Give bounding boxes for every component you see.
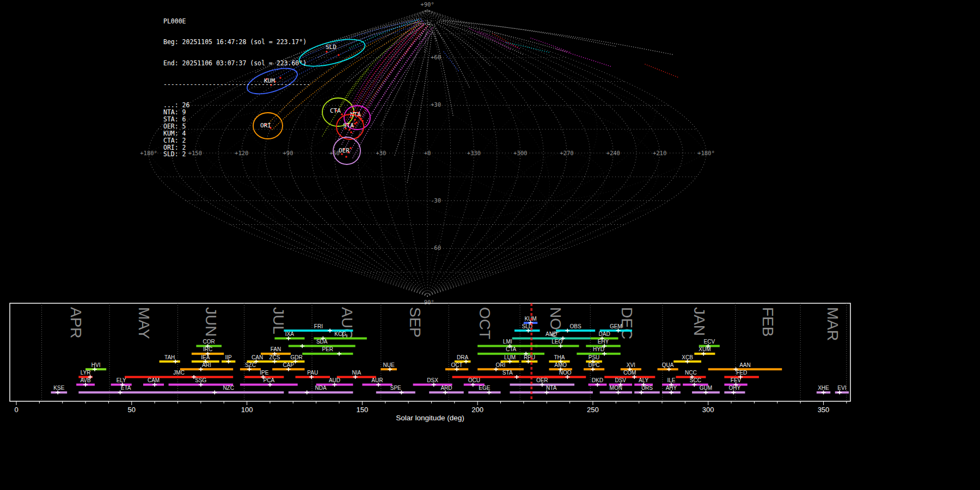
shower-label-HYD: HYD: [593, 346, 604, 352]
lat-label: +90°: [420, 1, 434, 8]
meteor-trail: [442, 21, 672, 54]
shower-label-MON: MON: [610, 385, 622, 391]
lon-label: +180°: [697, 150, 715, 156]
radiant-meteor-dot: [341, 113, 343, 115]
shower-label-ARI: ARI: [202, 362, 211, 368]
shower-label-JMC: JMC: [173, 370, 185, 376]
shower-label-NTA: NTA: [546, 385, 557, 391]
lon-label: +60: [329, 150, 340, 156]
grid-meridian: [427, 10, 567, 296]
shower-label-URS: URS: [641, 385, 653, 391]
shower-label-CAM: CAM: [148, 377, 160, 383]
month-label-MAR: MAR: [824, 307, 841, 341]
shower-label-NDA: NDA: [315, 385, 327, 391]
radiant-meteor-dot: [350, 131, 352, 133]
shower-label-OER: OER: [536, 377, 548, 383]
month-label-SEP: SEP: [407, 307, 424, 338]
lon-label: +30: [376, 150, 386, 156]
lat-label: -60: [431, 244, 441, 251]
month-label-OCT: OCT: [476, 307, 493, 339]
shower-label-NOO: NOO: [559, 370, 572, 376]
month-label-JAN: JAN: [691, 307, 708, 336]
shower-label-SDA: SDA: [316, 339, 328, 345]
lon-label: +330: [467, 150, 481, 156]
station-id: PL000E: [163, 18, 310, 25]
shower-label-FRI: FRI: [314, 323, 323, 329]
shower-label-PCA: PCA: [264, 377, 275, 383]
lat-label: -30: [431, 197, 441, 204]
shower-label-KSE: KSE: [53, 385, 64, 391]
radiant-meteor-dot: [356, 121, 358, 124]
lon-label: +210: [653, 150, 666, 156]
lon-label: +180°: [140, 150, 157, 156]
shower-label-AAN: AAN: [739, 362, 751, 368]
shower-label-ALY: ALY: [639, 377, 648, 383]
shower-label-NIA: NIA: [352, 370, 361, 376]
x-axis-title: Solar longitude (deg): [396, 414, 464, 422]
secondary-meridian: [552, 52, 597, 198]
observation-header: PL000E Beg: 20251105 16:47:28 (sol = 223…: [163, 4, 310, 172]
lon-label: +270: [560, 150, 573, 156]
meteor-trail: [438, 21, 566, 52]
shower-label-LMI: LMI: [503, 339, 512, 345]
meteor-trail: [437, 22, 523, 54]
lon-label: +300: [513, 150, 527, 156]
shower-label-IPE: IPE: [260, 370, 268, 376]
shower-label-XCB: XCB: [682, 354, 693, 360]
month-label-MAY: MAY: [136, 307, 152, 339]
shower-label-SPE: SPE: [390, 385, 401, 391]
begin-time: Beg: 20251105 16:47:28 (sol = 223.17°): [163, 39, 310, 46]
grid-meridian: [427, 10, 636, 296]
shower-label-DSV: DSV: [615, 377, 626, 383]
shower-label-IXA: IXA: [285, 331, 294, 337]
secondary-meridian: [549, 203, 652, 219]
lon-label: +0: [424, 150, 431, 156]
shower-label-ARD: ARD: [440, 385, 452, 391]
shower-count-line: STA: 6: [163, 116, 310, 123]
meteor-trail: [506, 42, 549, 52]
shower-label-AVB: AVB: [80, 377, 91, 383]
grid-meridian: [427, 10, 451, 296]
shower-label-XVI: XVI: [627, 362, 635, 368]
shower-label-CAP: CAP: [283, 362, 295, 368]
lat-label: +60: [431, 54, 441, 60]
shower-label-FAN: FAN: [271, 346, 281, 352]
shower-count-line: CTA: 2: [163, 137, 310, 144]
month-label-FEB: FEB: [759, 307, 776, 336]
meteor-trail: [353, 32, 433, 158]
shower-label-OCT: OCT: [451, 362, 462, 368]
shower-label-NCC: NCC: [685, 370, 697, 376]
radiant-meteor-dot: [354, 122, 356, 125]
radiant-meteor-dot: [338, 54, 340, 56]
shower-label-LUM: LUM: [504, 354, 516, 360]
radiant-meteor-dot: [354, 119, 356, 121]
axis-tick-label: 150: [357, 406, 369, 414]
shower-label-AHY: AHY: [666, 385, 677, 391]
shower-label-EVI: EVI: [837, 385, 846, 391]
shower-label-CTA: CTA: [506, 346, 517, 352]
shower-label-GDR: GDR: [291, 354, 303, 360]
meteor-trail: [425, 24, 427, 52]
meteor-trail: [318, 21, 426, 57]
shower-label-DPC: DPC: [588, 362, 599, 368]
shower-label-DAD: DAD: [599, 331, 610, 337]
axis-tick-label: 0: [14, 406, 18, 414]
radiant-label-SLD: SLD: [326, 44, 336, 51]
shower-label-GEM: GEM: [610, 323, 622, 329]
shower-label-TAH: TAH: [164, 354, 175, 360]
shower-label-NUE: NUE: [383, 362, 395, 368]
shower-label-EHY: EHY: [598, 339, 609, 345]
shower-label-OHY: OHY: [729, 385, 741, 391]
secondary-meridian: [288, 112, 546, 295]
shower-label-CAN: CAN: [252, 354, 263, 360]
month-label-JUN: JUN: [203, 307, 219, 336]
meteor-trail: [427, 20, 436, 40]
meteor-trails: [256, 18, 679, 182]
shower-label-ORI: ORI: [496, 362, 506, 368]
end-time: End: 20251106 03:07:37 (sol = 223.60°): [163, 60, 310, 67]
shower-label-ZCS: ZCS: [269, 354, 280, 360]
shower-label-IEA: IEA: [201, 354, 210, 360]
shower-label-LEO: LEO: [552, 339, 562, 345]
axis-tick-label: 200: [471, 406, 483, 414]
axis-tick-label: 50: [128, 406, 136, 414]
